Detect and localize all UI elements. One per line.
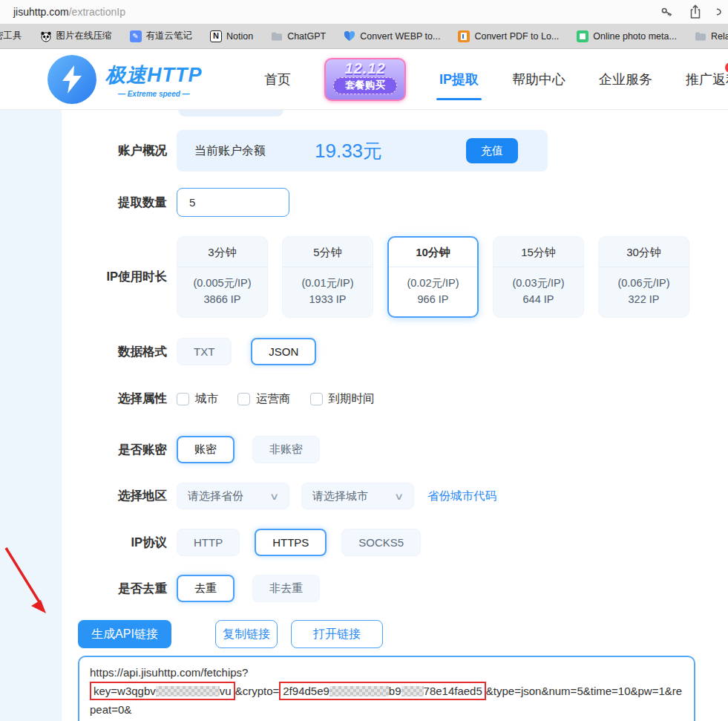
partial-toolbar-icon[interactable] [716,4,722,19]
format-row: 数据格式 TXT JSON [62,338,728,365]
nav-help-center[interactable]: 帮助中心 [512,71,565,88]
duration-card-3min[interactable]: 3分钟 (0.005元/IP) 3866 IP [177,236,268,318]
extraction-form-card: 账户概况 当前账户余额 19.33元 充值 提取数量 IP使用时长 3分钟 (0… [62,110,728,721]
card-price: (0.005元/IP) [193,275,251,291]
crypto-part2: b9 [389,685,401,697]
dedupe-option-no[interactable]: 非去重 [252,575,320,602]
quantity-row: 提取数量 [62,188,728,217]
dedupe-row: 是否去重 去重 非去重 [62,575,728,602]
duration-card-5min[interactable]: 5分钟 (0.01元/IP) 1933 IP [282,236,373,318]
duration-card-10min-selected[interactable]: 10分钟 (0.02元/IP) 966 IP [387,236,479,318]
duration-card-15min[interactable]: 15分钟 (0.03元/IP) 644 IP [493,236,584,318]
attribute-city[interactable]: 城市 [177,391,218,407]
bookmark-convert-pdf[interactable]: Convert PDF to Lo... [458,30,559,42]
bookmark-label: Online photo meta... [593,31,677,42]
bookmark-label: Notion [226,31,253,42]
address-url[interactable]: jisuhttp.com/extractionIp [13,6,125,18]
expiry-checkbox[interactable] [310,393,323,405]
bookmark-label: 有道云笔记 [146,30,193,42]
chevron-down-icon: ∨ [270,491,280,502]
site-logo[interactable]: 极速HTTP — Extreme speed — [47,55,203,104]
bookmark-label: Convert PDF to Lo... [474,31,559,42]
redaction-highlight-key: key=w3qgbvvu [90,682,235,700]
api-url-result-box[interactable]: https://api.jisuhttp.com/fetchips? key=w… [78,656,695,721]
dedupe-option-yes-selected[interactable]: 去重 [177,575,235,602]
card-title: 10分钟 [416,246,450,260]
format-option-txt[interactable]: TXT [177,338,232,365]
carrier-checkbox[interactable] [237,393,250,405]
protocol-option-socks5[interactable]: SOCKS5 [341,529,421,556]
city-select[interactable]: 请选择城市 ∨ [301,483,414,509]
card-price: (0.02元/IP) [407,275,459,291]
bookmark-youdao-note[interactable]: ✎ 有道云笔记 [130,30,193,42]
quantity-input[interactable] [177,188,289,217]
generate-api-link-button[interactable]: 生成API链接 [78,620,171,648]
promo-buy-label: 套餐购买 [333,77,397,94]
heart-icon [344,30,355,42]
protocol-option-https-selected[interactable]: HTTPS [255,529,327,556]
bookmark-label: Convert WEBP to... [360,31,440,42]
bookmark-image-compress[interactable]: 图片在线压缩 [40,30,112,42]
city-checkbox[interactable] [177,393,189,405]
promo-package-badge[interactable]: 12.12 套餐购买 [324,58,406,101]
attribute-expiry[interactable]: 到期时间 [310,391,375,407]
region-row: 选择地区 请选择省份 ∨ 请选择城市 ∨ 省份城市代码 [62,483,728,509]
bookmark-notion[interactable]: N Notion [210,30,253,42]
quantity-label: 提取数量 [78,195,167,211]
nav-referral[interactable]: 推广返利 [686,71,728,88]
password-key-icon[interactable] [660,4,675,19]
nav-home[interactable]: 首页 [264,71,291,88]
lightning-logo-icon [47,55,96,104]
attribute-carrier[interactable]: 运营商 [237,391,291,407]
account-label: 账户概况 [78,143,167,159]
attributes-row: 选择属性 城市 运营商 到期时间 [62,391,728,407]
format-option-json-selected[interactable]: JSON [251,338,316,365]
protocol-option-http[interactable]: HTTP [177,529,240,556]
duration-cards: 3分钟 (0.005元/IP) 3866 IP 5分钟 (0.01元/IP) 1… [177,236,689,318]
censored-key [156,686,220,696]
bookmark-encrypt-tools[interactable]: 密工具 [0,30,22,42]
checkbox-label: 到期时间 [329,391,375,407]
bookmark-label: 密工具 [0,30,22,42]
bookmark-chatgpt-folder[interactable]: ChatGPT [271,30,326,42]
duration-card-30min[interactable]: 30分钟 (0.06元/IP) 322 IP [598,236,689,318]
censored-crypto [401,686,424,696]
notion-icon: N [210,30,222,42]
account-row: 账户概况 当前账户余额 19.33元 充值 [62,130,728,172]
photo-meta-icon [577,30,588,42]
province-select[interactable]: 请选择省份 ∨ [177,483,289,509]
card-count: 1933 IP [309,291,347,307]
auth-row: 是否账密 账密 非账密 [62,436,728,463]
panda-icon [40,30,52,42]
format-label: 数据格式 [78,344,167,360]
auth-option-no-password[interactable]: 非账密 [252,436,320,463]
auth-option-password-selected[interactable]: 账密 [177,436,235,463]
card-title: 5分钟 [313,246,341,260]
copy-link-button[interactable]: 复制链接 [215,620,278,648]
share-icon[interactable] [688,4,703,20]
city-placeholder: 请选择城市 [312,489,368,503]
province-city-code-link[interactable]: 省份城市代码 [427,489,496,504]
bookmark-convert-webp[interactable]: Convert WEBP to... [344,30,440,42]
duration-row: IP使用时长 3分钟 (0.005元/IP) 3866 IP 5分钟 (0.01… [62,236,728,318]
nav-ip-extract[interactable]: IP提取 [439,71,479,88]
crypto-param-label: &crypto= [235,685,280,697]
balance-label: 当前账户余额 [194,143,266,159]
actions-row: 生成API链接 复制链接 打开链接 [62,620,728,648]
youdao-note-icon: ✎ [130,30,142,42]
card-price: (0.03元/IP) [512,275,564,291]
open-link-button[interactable]: 打开链接 [291,620,383,648]
bookmark-label: Relakkes [711,31,728,42]
recharge-button[interactable]: 充值 [466,138,518,163]
bookmark-photo-meta[interactable]: Online photo meta... [577,30,677,42]
nav-enterprise[interactable]: 企业服务 [599,71,652,88]
promo-date: 12.12 [326,60,404,77]
url-path: /extractionIp [69,6,125,18]
card-count: 644 IP [523,291,554,307]
site-header: 极速HTTP — Extreme speed — 首页 12.12 套餐购买 I… [0,49,728,110]
card-count: 966 IP [418,291,449,307]
checkbox-label: 城市 [195,391,218,407]
url-host: jisuhttp.com [13,6,69,18]
red-annotation-arrow [0,539,59,628]
bookmark-relakkes-folder[interactable]: Relakkes [695,30,728,42]
